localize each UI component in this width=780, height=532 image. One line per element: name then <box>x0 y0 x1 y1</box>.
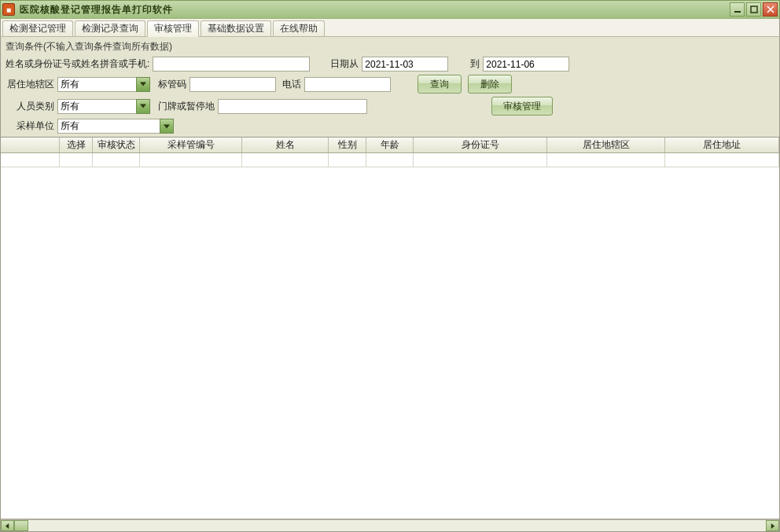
scroll-track[interactable] <box>14 520 766 531</box>
door-input[interactable] <box>218 99 367 114</box>
person-type-label: 人员类别 <box>6 100 54 113</box>
audit-manage-button[interactable]: 审核管理 <box>491 97 553 116</box>
date-to-input[interactable] <box>483 57 569 72</box>
tube-label: 标管码 <box>158 78 186 91</box>
close-button[interactable] <box>763 2 778 17</box>
name-label: 姓名或身份证号或姓名拼音或手机: <box>6 57 149 71</box>
menu-item-register[interactable]: 检测登记管理 <box>2 20 73 36</box>
grid-cell <box>93 153 140 167</box>
app-icon: ■ <box>2 3 15 16</box>
region-select[interactable] <box>57 77 150 92</box>
data-grid: 选择审核状态采样管编号姓名性别年龄身份证号居住地辖区居住地址 <box>0 138 780 519</box>
query-button[interactable]: 查询 <box>418 75 462 94</box>
region-select-value[interactable] <box>57 77 136 92</box>
window-title: 医院核酸登记管理报告单打印软件 <box>20 3 730 17</box>
maximize-button[interactable] <box>746 2 761 17</box>
column-header[interactable]: 年龄 <box>366 138 414 152</box>
column-header[interactable]: 身份证号 <box>414 138 547 152</box>
grid-cell <box>60 153 93 167</box>
sample-unit-select[interactable] <box>57 119 174 134</box>
grid-cell <box>140 153 242 167</box>
grid-body[interactable] <box>1 153 779 519</box>
column-header[interactable]: 选择 <box>60 138 93 152</box>
scroll-thumb[interactable] <box>14 520 28 531</box>
menu-bar: 检测登记管理 检测记录查询 审核管理 基础数据设置 在线帮助 <box>0 19 780 36</box>
tube-input[interactable] <box>189 77 276 92</box>
date-from-label: 日期从 <box>330 57 359 71</box>
chevron-down-icon[interactable] <box>136 77 150 92</box>
column-header[interactable]: 性别 <box>329 138 366 152</box>
scroll-left-button[interactable] <box>1 520 14 531</box>
person-type-select[interactable] <box>57 99 150 114</box>
sample-unit-value[interactable] <box>57 119 160 134</box>
grid-cell <box>414 153 547 167</box>
grid-cell <box>665 153 779 167</box>
date-from-input[interactable] <box>362 57 448 72</box>
chevron-down-icon[interactable] <box>136 99 150 114</box>
grid-cell <box>1 153 60 167</box>
table-row <box>1 153 779 167</box>
menu-item-query[interactable]: 检测记录查询 <box>75 20 145 36</box>
phone-label: 电话 <box>282 78 301 91</box>
scroll-right-button[interactable] <box>766 520 779 531</box>
filter-title: 查询条件(不输入查询条件查询所有数据) <box>6 40 774 53</box>
grid-cell <box>366 153 414 167</box>
horizontal-scrollbar[interactable] <box>0 519 780 532</box>
grid-cell <box>329 153 366 167</box>
delete-button[interactable]: 删除 <box>468 75 512 94</box>
name-input[interactable] <box>153 57 310 72</box>
title-bar: ■ 医院核酸登记管理报告单打印软件 <box>0 0 780 19</box>
minimize-button[interactable] <box>730 2 745 17</box>
menu-item-audit[interactable]: 审核管理 <box>147 20 199 37</box>
svg-rect-1 <box>751 6 757 13</box>
column-header[interactable]: 采样管编号 <box>140 138 242 152</box>
menu-item-help[interactable]: 在线帮助 <box>273 20 325 36</box>
filter-panel: 查询条件(不输入查询条件查询所有数据) 姓名或身份证号或姓名拼音或手机: 日期从… <box>0 36 780 138</box>
svg-rect-0 <box>734 11 741 13</box>
window-controls <box>730 2 778 17</box>
grid-header: 选择审核状态采样管编号姓名性别年龄身份证号居住地辖区居住地址 <box>1 138 779 153</box>
region-label: 居住地辖区 <box>6 78 54 91</box>
column-header[interactable] <box>1 138 60 152</box>
column-header[interactable]: 审核状态 <box>93 138 140 152</box>
date-to-label: 到 <box>470 57 480 71</box>
chevron-down-icon[interactable] <box>160 119 174 134</box>
column-header[interactable]: 姓名 <box>242 138 329 152</box>
person-type-value[interactable] <box>57 99 136 114</box>
sample-unit-label: 采样单位 <box>6 119 54 133</box>
menu-item-settings[interactable]: 基础数据设置 <box>201 20 271 36</box>
grid-cell <box>242 153 329 167</box>
grid-cell <box>547 153 665 167</box>
door-label: 门牌或暂停地 <box>158 100 215 113</box>
phone-input[interactable] <box>304 77 391 92</box>
column-header[interactable]: 居住地辖区 <box>547 138 665 152</box>
column-header[interactable]: 居住地址 <box>665 138 779 152</box>
